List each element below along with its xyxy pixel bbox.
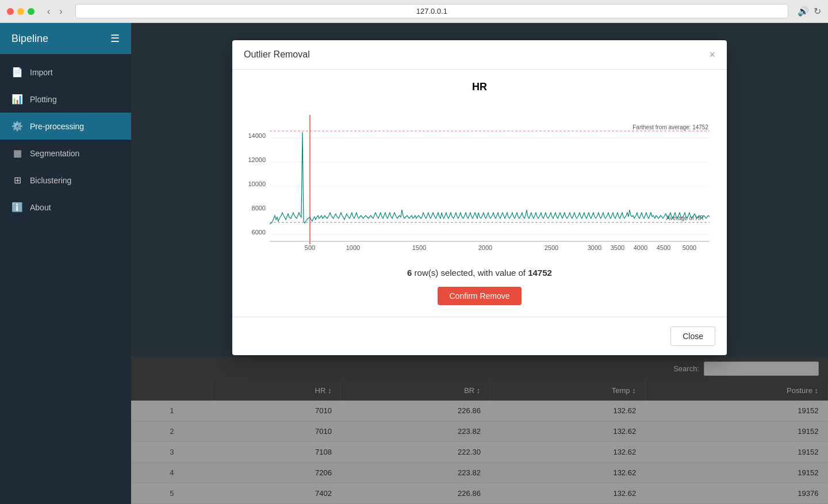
svg-text:500: 500 (305, 244, 315, 251)
preprocessing-icon: ⚙️ (12, 121, 23, 132)
svg-text:3000: 3000 (588, 244, 601, 251)
sidebar-header: Bipeline ☰ (0, 23, 131, 54)
hamburger-icon[interactable]: ☰ (110, 32, 120, 45)
outlier-removal-modal: Outlier Removal × HR 6000 8000 10000 120… (232, 40, 727, 355)
svg-text:Average of HR: Average of HR (666, 215, 704, 221)
svg-text:1000: 1000 (346, 244, 360, 251)
svg-text:10000: 10000 (248, 180, 266, 187)
modal-title: Outlier Removal (244, 49, 310, 60)
svg-text:4000: 4000 (634, 244, 647, 251)
svg-text:2000: 2000 (478, 244, 492, 251)
about-icon: ℹ️ (12, 202, 23, 213)
forward-button[interactable]: › (56, 5, 66, 18)
import-icon: 📄 (12, 67, 23, 78)
chart-title: HR (244, 81, 715, 93)
svg-text:4500: 4500 (657, 244, 670, 251)
url-bar[interactable]: 127.0.0.1 (75, 4, 788, 18)
svg-text:14000: 14000 (248, 132, 266, 139)
selection-value: 14752 (528, 268, 552, 278)
app-container: Bipeline ☰ 📄 Import 📊 Plotting ⚙️ Pre-pr… (0, 23, 828, 504)
sidebar-label-import: Import (30, 68, 53, 77)
modal-header: Outlier Removal × (232, 40, 727, 70)
audio-icon: 🔊 (798, 6, 809, 17)
segmentation-icon: ▦ (12, 148, 23, 159)
svg-text:8000: 8000 (252, 205, 266, 211)
main-content: Outlier Removal × HR 6000 8000 10000 120… (131, 23, 828, 504)
svg-text:Farthest from average: 14752: Farthest from average: 14752 (632, 124, 708, 130)
sidebar-label-segmentation: Segmentation (30, 149, 79, 158)
svg-text:5000: 5000 (683, 244, 696, 251)
sidebar-item-import[interactable]: 📄 Import (0, 59, 131, 86)
sidebar-item-plotting[interactable]: 📊 Plotting (0, 86, 131, 113)
modal-close-x-button[interactable]: × (709, 49, 715, 60)
browser-nav: ‹ › (44, 5, 66, 18)
modal-body: HR 6000 8000 10000 12000 14000 (232, 70, 727, 317)
plotting-icon: 📊 (12, 94, 23, 105)
browser-chrome: ‹ › 127.0.0.1 🔊 ↻ (0, 0, 828, 23)
selection-mid-text: row(s) selected, with value of (412, 268, 528, 278)
svg-text:3500: 3500 (611, 244, 624, 251)
sidebar: Bipeline ☰ 📄 Import 📊 Plotting ⚙️ Pre-pr… (0, 23, 131, 504)
window-controls (7, 8, 34, 15)
back-button[interactable]: ‹ (44, 5, 53, 18)
sidebar-item-segmentation[interactable]: ▦ Segmentation (0, 140, 131, 167)
svg-text:2500: 2500 (545, 244, 558, 251)
maximize-window-btn[interactable] (28, 8, 34, 15)
hr-chart: 6000 8000 10000 12000 14000 Farthe (244, 98, 715, 259)
sidebar-label-biclustering: Biclustering (30, 176, 71, 185)
refresh-icon[interactable]: ↻ (814, 6, 821, 17)
browser-actions: 🔊 ↻ (798, 6, 821, 17)
chart-container: 6000 8000 10000 12000 14000 Farthe (244, 98, 715, 259)
close-window-btn[interactable] (7, 8, 14, 15)
sidebar-item-biclustering[interactable]: ⊞ Biclustering (0, 167, 131, 194)
confirm-remove-button[interactable]: Confirm Remove (438, 287, 521, 305)
svg-text:6000: 6000 (252, 229, 266, 236)
close-button[interactable]: Close (670, 326, 715, 346)
svg-text:1500: 1500 (412, 244, 426, 251)
biclustering-icon: ⊞ (12, 175, 23, 186)
selection-info: 6 row(s) selected, with value of 14752 (244, 268, 715, 278)
minimize-window-btn[interactable] (17, 8, 24, 15)
sidebar-item-about[interactable]: ℹ️ About (0, 194, 131, 221)
sidebar-label-preprocessing: Pre-processing (30, 122, 84, 131)
sidebar-label-about: About (30, 203, 51, 212)
modal-footer: Close (232, 317, 727, 355)
sidebar-nav: 📄 Import 📊 Plotting ⚙️ Pre-processing ▦ … (0, 54, 131, 221)
sidebar-item-preprocessing[interactable]: ⚙️ Pre-processing (0, 113, 131, 140)
sidebar-label-plotting: Plotting (30, 95, 57, 104)
app-title: Bipeline (12, 33, 48, 45)
svg-text:12000: 12000 (248, 156, 266, 163)
